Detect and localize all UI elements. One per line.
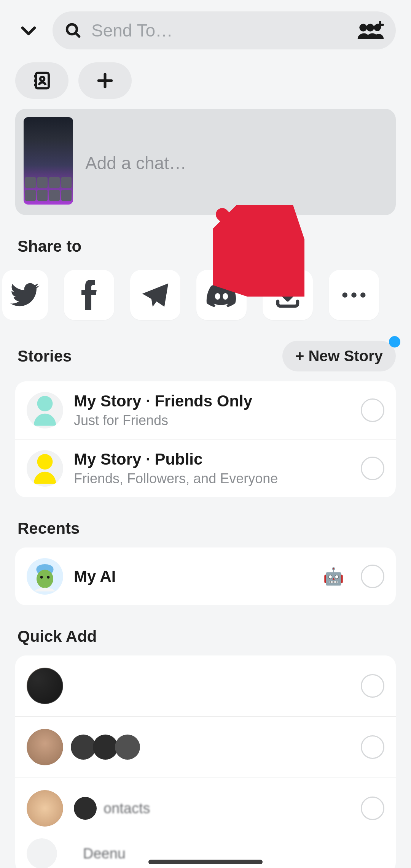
- recent-row-myai[interactable]: My AI 🤖: [15, 547, 396, 605]
- chevron-down-icon: [18, 20, 39, 41]
- share-telegram[interactable]: [130, 270, 180, 320]
- recents-heading: Recents: [18, 519, 396, 538]
- story-avatar: [27, 450, 63, 487]
- robot-emoji-icon: 🤖: [323, 567, 344, 586]
- search-bar[interactable]: [53, 11, 396, 49]
- recent-title: My AI: [74, 567, 312, 586]
- home-indicator: [148, 860, 263, 864]
- story-avatar: [27, 392, 63, 428]
- snap-thumbnail[interactable]: [24, 117, 73, 205]
- quickadd-row[interactable]: [15, 655, 396, 716]
- svg-point-2: [359, 24, 367, 31]
- svg-point-18: [37, 454, 53, 470]
- quickadd-fragment: ontacts: [104, 800, 150, 817]
- quickadd-avatar: [27, 838, 57, 868]
- svg-point-16: [360, 292, 366, 298]
- svg-point-14: [342, 292, 347, 298]
- stories-list: My Story · Friends Only Just for Friends…: [15, 381, 396, 497]
- share-discord[interactable]: [196, 270, 247, 320]
- svg-point-15: [351, 292, 357, 298]
- svg-point-17: [37, 396, 53, 411]
- svg-point-21: [47, 576, 49, 579]
- quickadd-avatar: [27, 668, 63, 704]
- svg-point-20: [40, 576, 43, 579]
- quickadd-list: ontacts Deenu: [15, 655, 396, 868]
- story-row-public[interactable]: My Story · Public Friends, Followers, an…: [15, 440, 396, 497]
- recents-list: My AI 🤖: [15, 547, 396, 605]
- add-friends-icon[interactable]: [356, 20, 384, 41]
- story-title: My Story · Public: [74, 450, 350, 468]
- address-book-icon: [32, 70, 52, 91]
- share-download[interactable]: [263, 270, 313, 320]
- svg-point-6: [40, 77, 45, 81]
- story-select-radio[interactable]: [361, 457, 384, 480]
- svg-line-1: [75, 33, 79, 36]
- share-more[interactable]: [329, 270, 379, 320]
- telegram-icon: [140, 279, 171, 311]
- discord-icon: [206, 279, 237, 311]
- new-story-label: + New Story: [295, 348, 383, 364]
- story-sub: Friends, Followers, and Everyone: [74, 471, 350, 487]
- contacts-button[interactable]: [15, 62, 68, 99]
- download-icon: [273, 280, 303, 310]
- twitter-icon: [10, 280, 40, 310]
- quickadd-select-radio[interactable]: [361, 735, 384, 759]
- quickadd-fragment: Deenu: [83, 846, 126, 862]
- new-story-button[interactable]: + New Story: [282, 341, 396, 371]
- plus-icon: [96, 71, 115, 90]
- add-chat-card[interactable]: [15, 109, 396, 215]
- recent-select-radio[interactable]: [361, 565, 384, 588]
- quickadd-row[interactable]: [15, 717, 396, 778]
- chat-input[interactable]: [85, 117, 387, 207]
- quickadd-heading: Quick Add: [18, 627, 396, 646]
- share-heading: Share to: [18, 237, 396, 255]
- quickadd-select-radio[interactable]: [361, 674, 384, 698]
- myai-avatar: [27, 558, 63, 595]
- search-input[interactable]: [82, 20, 356, 41]
- share-twitter[interactable]: [2, 270, 48, 320]
- facebook-icon: [78, 280, 100, 310]
- quickadd-avatar: [27, 790, 63, 827]
- search-icon: [64, 21, 82, 40]
- stories-heading: Stories: [18, 347, 72, 365]
- story-select-radio[interactable]: [361, 398, 384, 422]
- quickadd-row[interactable]: ontacts: [15, 778, 396, 839]
- svg-point-3: [366, 24, 374, 31]
- quickadd-avatar: [27, 729, 63, 765]
- notification-dot-icon: [389, 336, 400, 348]
- share-facebook[interactable]: [64, 270, 114, 320]
- story-row-friends[interactable]: My Story · Friends Only Just for Friends: [15, 381, 396, 439]
- dismiss-chevron[interactable]: [15, 17, 42, 44]
- quickadd-select-radio[interactable]: [361, 797, 384, 820]
- add-button[interactable]: [78, 62, 132, 99]
- story-title: My Story · Friends Only: [74, 392, 350, 410]
- svg-point-19: [37, 570, 53, 588]
- story-sub: Just for Friends: [74, 413, 350, 428]
- more-icon: [341, 291, 367, 299]
